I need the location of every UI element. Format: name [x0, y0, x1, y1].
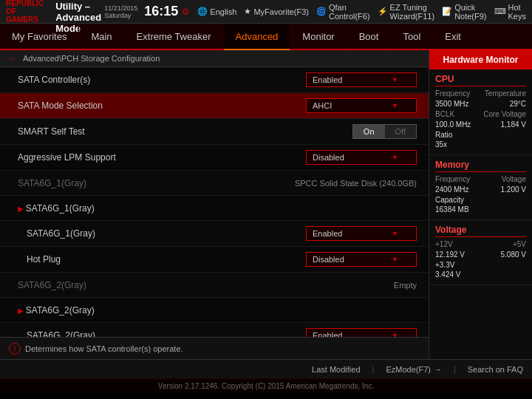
qfan-item[interactable]: 🌀 Qfan Control(F6): [316, 3, 370, 21]
nav-advanced[interactable]: Advanced: [224, 24, 291, 50]
right-panel: Hardware Monitor CPU Frequency Temperatu…: [429, 50, 532, 359]
dropdown-sata-controller[interactable]: Enabled: [306, 72, 417, 87]
my-favorite-item[interactable]: ★ MyFavorite(F3): [244, 7, 309, 16]
hw-label-bclk: BCLK: [435, 110, 454, 118]
dropdown-sata6g1-sub[interactable]: Enabled: [306, 226, 417, 241]
settings-icon[interactable]: ⚙: [182, 7, 190, 17]
footer: Last Modified | EzMode(F7) → | Search on…: [0, 359, 532, 378]
setting-label-sata-controller: SATA Controller(s): [18, 75, 306, 85]
hw-label-12v: +12V: [435, 240, 453, 248]
hw-row-cpu-freq-val: 3500 MHz 29°C: [435, 100, 526, 108]
setting-row-smart[interactable]: SMART Self Test On Off: [0, 119, 429, 145]
info-bar: i Determines how SATA controller(s) oper…: [0, 337, 429, 359]
language-icon: 🌐: [197, 7, 208, 16]
dropdown-hot-plug[interactable]: Disabled: [306, 252, 417, 267]
setting-row-lpm[interactable]: Aggressive LPM Support Disabled: [0, 145, 429, 171]
setting-row-sata-controller[interactable]: SATA Controller(s) Enabled: [0, 67, 429, 93]
nav-exit[interactable]: Exit: [433, 24, 474, 49]
hw-label-5v: +5V: [513, 240, 526, 248]
rog-logo: REPUBLICOFGAMERS: [6, 0, 44, 24]
info-icon: i: [9, 343, 21, 355]
nav-my-favorites[interactable]: My Favorites: [0, 24, 79, 49]
setting-label-lpm: Aggressive LPM Support: [18, 152, 306, 163]
hw-row-mem-freq-val: 2400 MHz 1.200 V: [435, 185, 526, 194]
hotkeys-icon: ⌨: [494, 7, 506, 16]
hot-keys-item[interactable]: ⌨ Hot Keys: [494, 3, 526, 21]
setting-row-sata-mode[interactable]: SATA Mode Selection AHCI: [0, 93, 429, 119]
dropdown-sata-mode[interactable]: AHCI: [306, 98, 417, 113]
time: 16:15: [144, 4, 178, 19]
favorite-label: MyFavorite(F3): [253, 7, 309, 16]
dropdown-sata6g2-sub[interactable]: Enabled: [306, 328, 417, 337]
nav-monitor[interactable]: Monitor: [290, 24, 347, 49]
hw-section-title-cpu: CPU: [435, 74, 526, 86]
nav-extreme-tweaker[interactable]: Extreme Tweaker: [125, 24, 224, 49]
hw-value-12v: 12.192 V: [435, 250, 465, 259]
setting-value-sata6g1-sub[interactable]: Enabled: [306, 226, 417, 241]
setting-label-sata6g2-collapsible: SATA6G_2(Gray): [18, 305, 417, 316]
hw-label-temp: Temperature: [485, 89, 526, 98]
bottom-bar: Version 2.17.1246. Copyright (C) 2015 Am…: [0, 378, 532, 393]
hw-row-cpu-bclk-label: BCLK Core Voltage: [435, 110, 526, 118]
info-text: Determines how SATA controller(s) operat…: [25, 344, 183, 353]
note-label: Quick Note(F9): [454, 3, 486, 21]
ez-mode-item[interactable]: EzMode(F7) →: [386, 365, 442, 374]
setting-label-hot-plug: Hot Plug: [18, 254, 306, 265]
setting-label-sata6g1-info: SATA6G_1(Gray): [18, 178, 295, 188]
hw-value-5v: 5.080 V: [501, 250, 526, 259]
setting-row-sata6g1-enabled[interactable]: SATA6G_1(Gray) Enabled: [0, 221, 429, 247]
qfan-label: Qfan Control(F6): [329, 3, 370, 21]
setting-row-sata6g2-collapsible[interactable]: SATA6G_2(Gray): [0, 298, 429, 323]
note-icon: 📝: [442, 7, 452, 16]
language-item[interactable]: 🌐 English: [197, 7, 236, 16]
setting-row-sata6g2-sub[interactable]: SATA6G_2(Gray) Enabled: [0, 323, 429, 337]
hw-label-mem-freq: Frequency: [435, 175, 470, 183]
setting-row-hot-plug[interactable]: Hot Plug Disabled: [0, 247, 429, 273]
hw-ratio-val: 35x: [435, 140, 526, 149]
quick-note-item[interactable]: 📝 Quick Note(F9): [442, 3, 486, 21]
ez-mode-icon: →: [434, 365, 442, 374]
setting-info-sata6g1: SPCC Solid State Disk (240.0GB): [295, 179, 417, 188]
toggle-on[interactable]: On: [353, 125, 385, 138]
search-faq-label: Search on FAQ: [468, 365, 523, 374]
setting-value-sata-mode[interactable]: AHCI: [306, 98, 417, 113]
setting-value-sata6g2-sub[interactable]: Enabled: [306, 328, 417, 337]
nav-bar: My Favorites Main Extreme Tweaker Advanc…: [0, 24, 532, 50]
hw-row-cpu-bclk-val: 100.0 MHz 1,184 V: [435, 120, 526, 129]
hw-value-core-v: 1,184 V: [501, 120, 526, 129]
hot-keys-label: Hot Keys: [508, 3, 526, 21]
footer-sep2: |: [454, 365, 456, 374]
language-label: English: [210, 7, 236, 16]
hw-label-freq: Frequency: [435, 89, 470, 98]
setting-label-sata-mode: SATA Mode Selection: [18, 100, 306, 111]
nav-main[interactable]: Main: [79, 24, 124, 49]
back-arrow[interactable]: ←: [9, 54, 17, 63]
nav-boot[interactable]: Boot: [347, 24, 392, 49]
hw-value-mem-volt: 1.200 V: [501, 185, 526, 194]
nav-tool[interactable]: Tool: [391, 24, 433, 49]
setting-row-sata6g1-collapsible[interactable]: SATA6G_1(Gray): [0, 196, 429, 221]
hw-monitor-title: Hardware Monitor: [429, 50, 532, 69]
setting-value-hot-plug[interactable]: Disabled: [306, 252, 417, 267]
logo-area: REPUBLICOFGAMERS: [6, 0, 44, 24]
last-modified-item: Last Modified: [312, 365, 360, 374]
setting-value-smart[interactable]: On Off: [352, 124, 417, 139]
setting-row-sata6g1-info: SATA6G_1(Gray) SPCC Solid State Disk (24…: [0, 171, 429, 196]
day: Saturday: [104, 12, 137, 19]
dropdown-lpm[interactable]: Disabled: [306, 150, 417, 165]
last-modified-label: Last Modified: [312, 365, 360, 374]
ez-mode-label: EzMode(F7): [386, 365, 431, 374]
ez-tuning-item[interactable]: ⚡ EZ Tuning Wizard(F11): [378, 3, 435, 21]
setting-value-lpm[interactable]: Disabled: [306, 150, 417, 165]
toggle-smart[interactable]: On Off: [352, 124, 417, 139]
search-faq-item[interactable]: Search on FAQ: [468, 365, 523, 374]
settings-list: SATA Controller(s) Enabled SATA Mode Sel…: [0, 67, 429, 337]
hw-value-temp: 29°C: [510, 100, 526, 108]
hw-value-bclk: 100.0 MHz: [435, 120, 471, 129]
hw-section-title-memory: Memory: [435, 160, 526, 172]
date: 11/21/2015: [104, 4, 137, 12]
toggle-off[interactable]: Off: [385, 125, 416, 138]
breadcrumb-text: Advanced\PCH Storage Configuration: [23, 54, 160, 63]
setting-value-sata-controller[interactable]: Enabled: [306, 72, 417, 87]
breadcrumb: ← Advanced\PCH Storage Configuration: [0, 50, 429, 67]
